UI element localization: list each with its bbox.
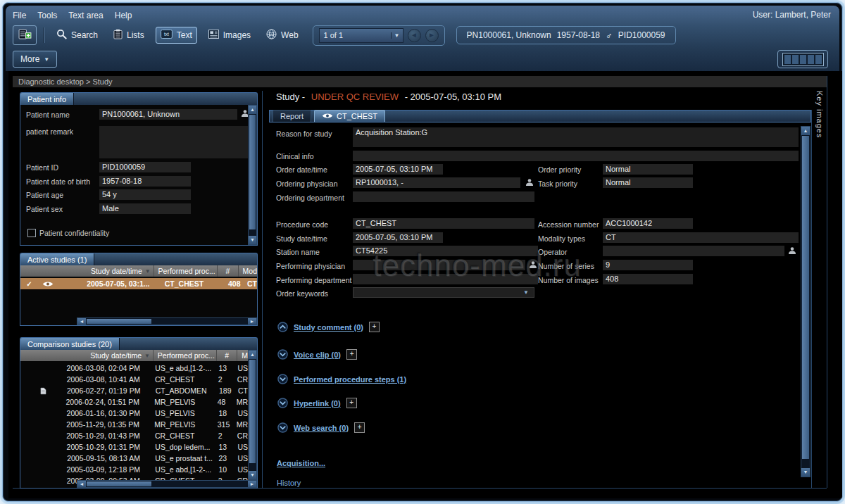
person-lookup-icon[interactable] bbox=[525, 177, 534, 187]
tab-comparison-studies[interactable]: Comparison studies (20) bbox=[20, 338, 120, 350]
reason-field[interactable]: Acquisition Station:G bbox=[353, 127, 799, 147]
tab-ct-chest[interactable]: CT_CHEST bbox=[314, 110, 385, 122]
chevron-down-icon[interactable] bbox=[277, 374, 288, 384]
patient-dob-field[interactable]: 1957-08-18 bbox=[99, 176, 191, 187]
menu-help[interactable]: Help bbox=[115, 11, 132, 20]
table-row[interactable]: 2005-11-29, 01:35 PM MR_PELVIS 315 MR bbox=[20, 419, 248, 430]
scroll-left-icon[interactable]: ◄ bbox=[77, 481, 86, 487]
procedure-code-field[interactable]: CT_CHEST bbox=[353, 218, 534, 229]
order-priority-field[interactable]: Normal bbox=[603, 164, 693, 175]
sort-descending-icon[interactable]: ▼ bbox=[142, 265, 154, 277]
clinical-info-field[interactable] bbox=[353, 151, 799, 161]
table-row[interactable]: 2005-10-29, 01:31 PM US_dop ledem... 13 … bbox=[20, 441, 248, 453]
tab-patient-info[interactable]: Patient info bbox=[20, 93, 74, 105]
operator-field[interactable] bbox=[603, 246, 784, 256]
chevron-down-icon[interactable] bbox=[277, 398, 288, 408]
chevron-up-icon[interactable] bbox=[277, 322, 288, 332]
table-row[interactable]: 2006-02-24, 01:51 PM MR_PELVIS 48 MR bbox=[20, 396, 248, 408]
order-keywords-dropdown[interactable]: ▼ bbox=[353, 287, 534, 298]
table-row[interactable]: 2006-01-16, 01:30 PM US_PELVIS 18 US bbox=[20, 408, 248, 419]
text-button[interactable]: txt Text bbox=[156, 27, 197, 44]
modality-types-field[interactable]: CT bbox=[603, 232, 799, 243]
search-button[interactable]: Search bbox=[52, 27, 102, 44]
chevron-down-icon[interactable] bbox=[277, 349, 288, 360]
scrollbar-thumb[interactable] bbox=[249, 115, 256, 229]
add-web-search-button[interactable]: + bbox=[354, 422, 365, 433]
patient-id-field[interactable]: PID1000059 bbox=[99, 162, 191, 172]
add-hyperlink-button[interactable]: + bbox=[346, 398, 357, 408]
previous-arrow-button[interactable]: ◄ bbox=[408, 29, 421, 42]
number-of-images-field[interactable]: 408 bbox=[603, 274, 693, 284]
study-datetime-field[interactable]: 2005-07-05, 03:10 PM bbox=[353, 232, 443, 243]
column-performed-proc[interactable]: Performed proc... bbox=[153, 350, 216, 361]
scroll-down-icon[interactable]: ▼ bbox=[249, 236, 256, 244]
patient-remark-field[interactable] bbox=[99, 126, 249, 158]
number-of-series-field[interactable]: 9 bbox=[603, 260, 693, 270]
web-button[interactable]: Web bbox=[262, 27, 302, 44]
tab-report[interactable]: Report bbox=[273, 110, 311, 122]
patient-info-scrollbar[interactable]: ▲ ▼ bbox=[248, 105, 257, 245]
scroll-right-icon[interactable]: ► bbox=[248, 481, 256, 487]
column-count[interactable]: # bbox=[217, 265, 237, 277]
patient-name-field[interactable]: PN1000061, Unknown bbox=[99, 109, 237, 120]
patient-age-field[interactable]: 54 y bbox=[99, 189, 191, 200]
scroll-right-icon[interactable]: ► bbox=[248, 318, 256, 325]
table-row[interactable]: 2006-03-08, 10:41 AM CR_CHEST 2 CR bbox=[20, 374, 248, 385]
key-images-drawer[interactable]: Key images bbox=[815, 91, 824, 138]
scroll-down-icon[interactable]: ▼ bbox=[801, 468, 810, 477]
scroll-up-icon[interactable]: ▲ bbox=[249, 351, 256, 359]
performing-physician-field[interactable] bbox=[353, 260, 525, 270]
table-row[interactable]: 2005-03-09, 12:18 PM US_e abd,[1-2-... 1… bbox=[20, 464, 248, 475]
patient-confidentiality-checkbox[interactable] bbox=[27, 229, 36, 237]
performed-procedure-steps-link[interactable]: Performed procedure steps (1) bbox=[294, 375, 406, 384]
scrollbar-thumb[interactable] bbox=[249, 360, 256, 463]
web-search-link[interactable]: Web search (0) bbox=[294, 424, 349, 432]
scrollbar-thumb[interactable] bbox=[802, 136, 809, 459]
add-study-comment-button[interactable]: + bbox=[369, 322, 380, 332]
next-arrow-button[interactable]: ► bbox=[425, 29, 439, 42]
column-study-datetime[interactable]: Study date/time bbox=[59, 265, 142, 277]
menu-file[interactable]: File bbox=[13, 11, 26, 20]
column-study-datetime[interactable]: Study date/time bbox=[59, 350, 142, 361]
table-row[interactable]: 2006-03-08, 02:04 PM US_e abd,[1-2-... 1… bbox=[20, 363, 248, 374]
accession-number-field[interactable]: ACC1000142 bbox=[603, 218, 693, 229]
new-item-button[interactable] bbox=[13, 25, 37, 45]
hyperlink-link[interactable]: Hyperlink (0) bbox=[294, 399, 341, 408]
study-comment-link[interactable]: Study comment (0) bbox=[294, 323, 363, 332]
active-studies-hscrollbar[interactable]: ◄ ► bbox=[77, 317, 257, 325]
more-button[interactable]: More ▼ bbox=[13, 51, 57, 68]
table-row[interactable]: 2005-10-29, 01:43 PM CR_CHEST 2 CR bbox=[20, 430, 248, 441]
sort-descending-icon[interactable]: ▼ bbox=[142, 350, 153, 361]
scroll-up-icon[interactable]: ▲ bbox=[801, 127, 810, 135]
scrollbar-thumb[interactable] bbox=[87, 481, 151, 486]
add-voice-clip-button[interactable]: + bbox=[346, 349, 357, 360]
scroll-up-icon[interactable]: ▲ bbox=[249, 106, 256, 114]
column-modality[interactable]: Mod bbox=[238, 265, 257, 277]
task-priority-field[interactable]: Normal bbox=[603, 177, 693, 188]
patient-banner[interactable]: PN1000061, Unknown 1957-08-18 ♂ PID10000… bbox=[456, 26, 676, 44]
history-link[interactable]: History bbox=[277, 479, 301, 487]
ordering-department-field[interactable] bbox=[353, 191, 534, 202]
ordering-physician-field[interactable]: RP1000013, - bbox=[353, 177, 520, 188]
scrollbar-thumb[interactable] bbox=[87, 319, 151, 324]
menu-text-area[interactable]: Text area bbox=[68, 11, 103, 20]
person-lookup-icon[interactable] bbox=[528, 260, 538, 270]
patient-sex-field[interactable]: Male bbox=[99, 203, 191, 214]
comparison-studies-scrollbar[interactable]: ▲ ▼ bbox=[248, 350, 257, 480]
page-selector-dropdown[interactable]: 1 of 1 ▼ bbox=[319, 28, 403, 43]
order-datetime-field[interactable]: 2005-07-05, 03:10 PM bbox=[353, 164, 443, 175]
table-row[interactable]: 2005-09-15, 08:13 AM US_e prostaat t... … bbox=[20, 453, 248, 464]
lists-button[interactable]: Lists bbox=[109, 27, 149, 44]
table-row[interactable]: 2006-02-27, 01:19 PM CT_ABDOMEN 189 CT bbox=[20, 385, 248, 396]
scroll-left-icon[interactable]: ◄ bbox=[77, 318, 86, 325]
column-modality[interactable]: M bbox=[237, 350, 248, 361]
performing-department-field[interactable] bbox=[353, 274, 538, 284]
scroll-down-icon[interactable]: ▼ bbox=[249, 471, 256, 479]
acquisition-link[interactable]: Acquisition... bbox=[277, 459, 325, 467]
comparison-studies-hscrollbar[interactable]: ◄ ► bbox=[77, 480, 257, 488]
column-count[interactable]: # bbox=[216, 350, 237, 361]
chevron-down-icon[interactable] bbox=[277, 422, 288, 433]
table-row[interactable]: ✓ 2005-07-05, 03:1... CT_CHEST 408 CT bbox=[20, 278, 257, 289]
column-performed-proc[interactable]: Performed proc... bbox=[154, 265, 217, 277]
voice-clip-link[interactable]: Voice clip (0) bbox=[294, 351, 341, 359]
